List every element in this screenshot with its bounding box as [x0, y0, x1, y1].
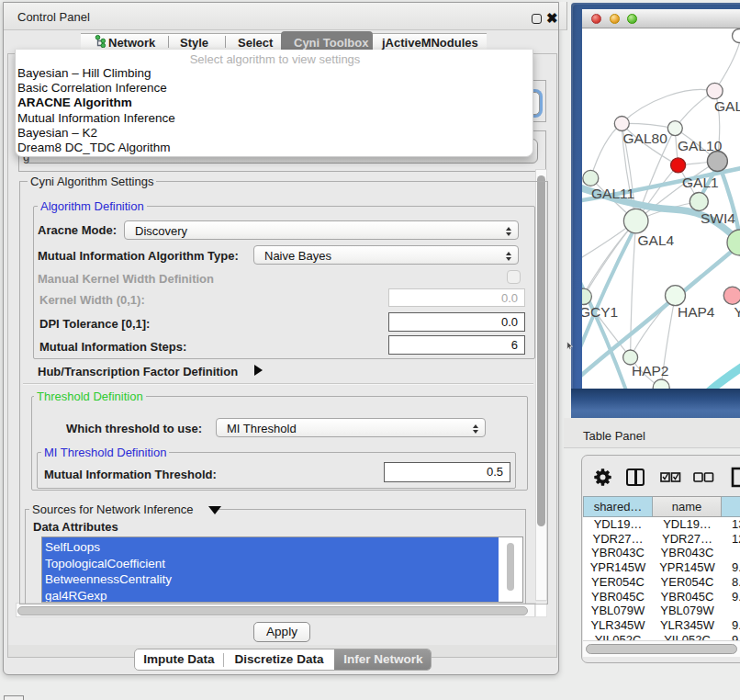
svg-text:GAL4: GAL4: [638, 232, 675, 248]
svg-text:GAL1: GAL1: [682, 175, 719, 190]
svg-text:GCY1: GCY1: [582, 304, 618, 320]
svg-text:HAP4: HAP4: [678, 304, 715, 320]
svg-text:GAL11: GAL11: [591, 186, 634, 201]
svg-text:HAP2: HAP2: [632, 363, 669, 378]
svg-text:YJ: YJ: [734, 304, 740, 320]
svg-text:GAL10: GAL10: [678, 138, 723, 153]
svg-text:SWI4: SWI4: [701, 210, 735, 226]
svg-text:GAL2: GAL2: [714, 98, 740, 114]
svg-text:GAL80: GAL80: [623, 130, 668, 146]
